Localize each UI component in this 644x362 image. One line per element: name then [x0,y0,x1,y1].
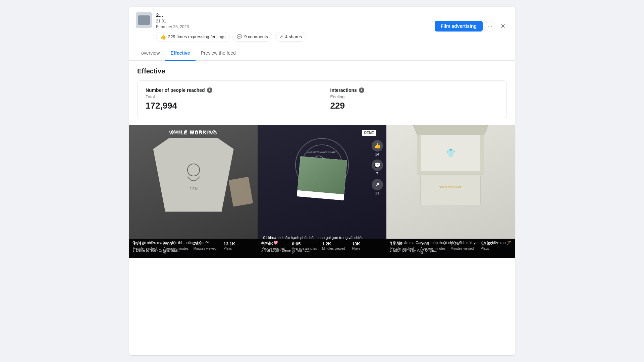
video-card-3[interactable]: 👕 "You're mine to me" A lê hấp áo ma Can… [386,125,515,258]
like-icon: 👍 [160,34,166,40]
video3-audio: ♪ udio · Deme by You · Origin... [390,248,512,253]
tab-effective[interactable]: Effective [165,46,195,61]
video-thumbnail-1: WHILE WORKING 2.2.N [129,125,258,239]
reach-card: Number of people reached i Total 172,994 [138,81,322,118]
video1-audio: ♪ Deme by You · Original audi... [132,248,254,253]
interactions-sublabel: Feeling [330,94,499,99]
likes-count: 229 times expressing feelings [168,34,225,39]
post-header: 2... 21:01 February 25, 2023 👍 229 times… [129,7,515,46]
close-icon: ✕ [500,22,505,30]
comments-count: 9 comments [244,34,268,39]
shares-button[interactable]: ↗ 4 shares [275,32,306,42]
film-advertising-button[interactable]: Film advertising [435,21,483,32]
video1-caption: Cười thì nhiều mà làm việc thì... cũng c… [132,240,254,245]
more-options-button[interactable]: ··· [485,21,495,32]
video1-title: WHILE WORKING [171,129,216,134]
comments-button[interactable]: 💬 9 comments [232,32,272,42]
post-actions: 👍 229 times expressing feelings 💬 9 comm… [156,32,508,42]
interactions-value: 229 [330,101,499,111]
video2-audio: ♪ inal audio · Deme by You · C... [261,248,383,253]
post-title: 2... [156,12,508,18]
more-icon: ··· [488,23,492,29]
reach-value: 172,994 [146,101,314,111]
interactions-label: Interactions i [330,87,499,93]
video2-caption: 101 khoảnh khắc hạnh phúc bên nhau gói g… [261,235,366,246]
svg-text:#HAPPYANNIVERSARY: #HAPPYANNIVERSARY [307,151,337,154]
svg-point-0 [187,164,200,176]
likes-button[interactable]: 👍 229 times expressing feelings [156,32,230,42]
video3-caption: A lê hấp áo ma Canada phép thuật chiếm l… [390,240,512,245]
shares-count: 4 shares [285,34,302,39]
effective-title: Effective [137,67,507,75]
post-date: February 25, 2023 [156,24,189,29]
share-icon: ↗ [279,34,283,39]
close-button[interactable]: ✕ [497,21,508,32]
comment-icon: 💬 [237,34,242,39]
video-card-1[interactable]: WHILE WORKING 2.2.N Cười t [129,125,258,258]
header-actions: Film advertising ··· ✕ [435,21,508,32]
post-avatar [136,12,152,28]
video2-share-reaction[interactable]: ↗ 11 [372,179,383,195]
stats-grid: Number of people reached i Total 172,994… [137,80,507,118]
video-card-2[interactable]: DEME #HAPPYANNIVERSARY 21.10.2022 [258,125,386,258]
reach-info-icon[interactable]: i [207,87,212,93]
video-thumbnail-3: 👕 "You're mine to me" [386,125,515,239]
interactions-info-icon[interactable]: i [359,87,364,93]
tab-overview[interactable]: overview [136,46,165,61]
video2-comment-reaction[interactable]: 💬 7 [372,160,383,176]
reach-sublabel: Total [146,94,314,99]
effective-section: Effective Number of people reached i Tot… [129,61,515,125]
reach-label: Number of people reached i [146,87,314,93]
video-grid: WHILE WORKING 2.2.N Cười t [129,125,515,258]
tab-preview[interactable]: Preview the feed [196,46,241,61]
video2-like-reaction[interactable]: 👍 14 [372,140,383,156]
post-time: 21:01 [156,19,166,23]
deme-tag: DEME [362,130,376,136]
tabs-bar: overview Effective Preview the feed [129,46,515,61]
interactions-card: Interactions i Feeling 229 [322,81,507,118]
svg-text:2.2.N: 2.2.N [190,187,198,191]
video-thumbnail-2: DEME #HAPPYANNIVERSARY 21.10.2022 [258,125,386,239]
